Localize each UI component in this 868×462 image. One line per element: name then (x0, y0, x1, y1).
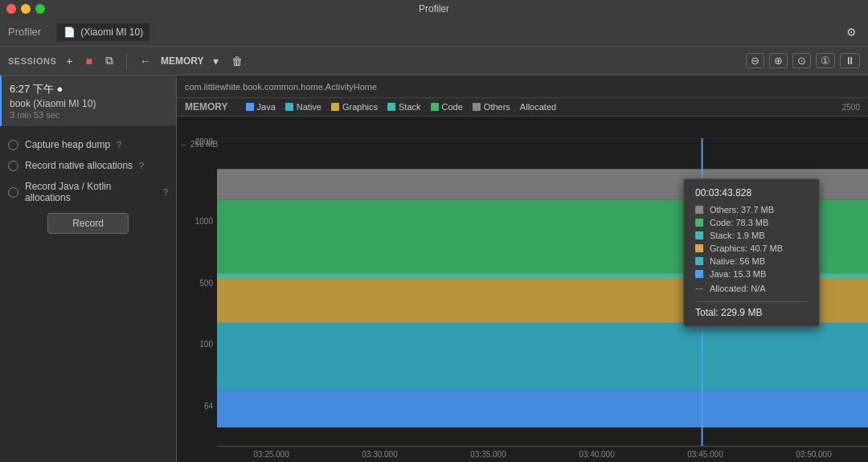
legend-others-dot (473, 103, 481, 111)
tooltip-stack-label: Stack: 1.9 MB (710, 231, 764, 240)
radio-capture-heap[interactable] (8, 140, 18, 150)
tooltip-native-label: Native: 56 MB (710, 256, 765, 266)
chart-title: MEMORY (185, 101, 228, 112)
toolbar-right-controls: ⊖ ⊕ ⊙ ① ⏸ (746, 53, 860, 68)
legend-java-label: Java (257, 102, 276, 112)
back-button[interactable]: ← (137, 53, 154, 69)
option-capture-heap: Capture heap dump ? (8, 139, 168, 150)
profiler-tab[interactable]: 📄 (Xiaomi MI 10) (57, 23, 149, 41)
info-button[interactable]: ① (816, 53, 835, 68)
svg-text:100: 100 (199, 340, 213, 349)
tooltip-native-dot (695, 257, 703, 265)
chart-svg-container[interactable]: 2000 1000 500 100 64 (177, 138, 868, 446)
legend-graphics-label: Graphics (342, 102, 378, 112)
tooltip-code-label: Code: 78.3 MB (710, 218, 768, 227)
header-right: ⚙ (843, 24, 860, 40)
close-button[interactable] (6, 4, 16, 14)
time-label-1: 03:25.000 (253, 450, 289, 459)
session-item[interactable]: 6:27 下午 ● book (Xiaomi MI 10) 3 min 53 s… (0, 76, 176, 126)
zoom-out-button[interactable]: ⊖ (746, 53, 764, 68)
add-session-button[interactable]: + (63, 53, 76, 69)
memory-dropdown[interactable]: ▾ (210, 53, 222, 69)
memory-label: MEMORY (161, 55, 204, 67)
tooltip-time: 00:03:43.828 (695, 187, 808, 198)
time-label-5: 03:45.000 (687, 450, 723, 459)
svg-rect-12 (217, 323, 868, 390)
pause-button[interactable]: ⏸ (840, 53, 860, 68)
tooltip-row-graphics: Graphics: 40.7 MB (695, 243, 808, 253)
svg-text:64: 64 (204, 402, 214, 411)
clone-button[interactable]: ⧉ (102, 52, 117, 69)
tooltip-allocated-label: Allocated: N/A (710, 284, 766, 293)
svg-rect-11 (217, 390, 868, 427)
gear-button[interactable]: ⚙ (843, 24, 860, 40)
help-record-native-icon[interactable]: ? (139, 161, 144, 170)
record-action-button[interactable]: Record (47, 213, 129, 234)
help-capture-heap-icon[interactable]: ? (117, 140, 121, 149)
sidebar-options: Capture heap dump ? Record native alloca… (0, 126, 176, 462)
legend-stack-label: Stack (399, 102, 421, 112)
legend-graphics-dot (331, 103, 339, 111)
chart-header: MEMORY Java Native Graphics Stack (177, 98, 868, 117)
time-label-3: 03:35.000 (470, 450, 506, 459)
legend-stack-dot (387, 103, 395, 111)
y-axis-mb-label: ← 256 MB (180, 140, 218, 149)
legend-others-label: Others (484, 102, 510, 112)
zoom-in-button[interactable]: ⊕ (769, 53, 788, 68)
legend-code: Code (431, 102, 463, 112)
tooltip-code-dot (695, 219, 703, 227)
svg-text:1000: 1000 (195, 217, 214, 226)
session-time: 6:27 下午 ● (10, 82, 168, 96)
option-record-native-label: Record native allocations (25, 160, 133, 171)
app-header: Profiler 📄 (Xiaomi MI 10) ⚙ (0, 18, 868, 47)
tooltip-row-stack: Stack: 1.9 MB (695, 231, 808, 240)
tooltip-others-dot (695, 206, 703, 214)
legend-code-dot (431, 103, 439, 111)
window-controls[interactable] (6, 4, 45, 14)
radio-record-native[interactable] (8, 161, 18, 171)
svg-text:500: 500 (199, 279, 213, 288)
tooltip-row-code: Code: 78.3 MB (695, 218, 808, 227)
y-axis-label: ← 256 MB (177, 138, 218, 149)
time-label-4: 03:40.000 (579, 450, 615, 459)
toolbar: SESSIONS + ■ ⧉ ← MEMORY ▾ 🗑 ⊖ ⊕ ⊙ ① ⏸ (0, 47, 868, 76)
legend-java-dot (246, 103, 254, 111)
main-content: com.littlewhite.book.common.home.Activit… (177, 76, 868, 462)
option-record-java-label: Record Java / Kotlin allocations (25, 181, 157, 203)
legend-graphics: Graphics (331, 102, 378, 112)
option-record-native: Record native allocations ? (8, 160, 168, 171)
legend-native-dot (285, 103, 293, 111)
title-bar: Profiler (0, 0, 868, 18)
main-layout: 6:27 下午 ● book (Xiaomi MI 10) 3 min 53 s… (0, 76, 868, 462)
sessions-label: SESSIONS (8, 56, 56, 66)
y-right-label: 2500 (842, 103, 860, 112)
toolbar-divider (126, 53, 127, 69)
maximize-button[interactable] (35, 4, 45, 14)
legend-allocated-label: Allocated (520, 102, 556, 112)
tooltip-row-native: Native: 56 MB (695, 256, 808, 266)
tooltip: 00:03:43.828 Others: 37.7 MB Code: 78.3 … (683, 178, 820, 327)
option-capture-heap-label: Capture heap dump (25, 139, 110, 150)
sidebar: 6:27 下午 ● book (Xiaomi MI 10) 3 min 53 s… (0, 76, 177, 462)
tooltip-row-others: Others: 37.7 MB (695, 205, 808, 215)
legend-java: Java (246, 102, 276, 112)
time-axis: 03:25.000 03:30.000 03:35.000 03:40.000 … (217, 446, 868, 462)
tooltip-graphics-label: Graphics: 40.7 MB (710, 243, 783, 253)
tooltip-java-dot (695, 270, 703, 278)
tooltip-total: Total: 229.9 MB (695, 301, 808, 318)
legend-native: Native (285, 102, 321, 112)
delete-button[interactable]: 🗑 (228, 53, 246, 69)
tooltip-row-allocated: -- Allocated: N/A (695, 282, 808, 295)
record-button[interactable]: ■ (82, 53, 95, 69)
activity-bar: com.littlewhite.book.common.home.Activit… (177, 76, 868, 98)
radio-record-java[interactable] (8, 187, 18, 198)
tooltip-others-label: Others: 37.7 MB (710, 205, 774, 215)
help-record-java-icon[interactable]: ? (163, 187, 168, 197)
tooltip-stack-dot (695, 231, 703, 239)
fit-button[interactable]: ⊙ (792, 53, 811, 68)
time-label-2: 03:30.000 (362, 450, 398, 459)
tooltip-allocated-dash: -- (695, 282, 703, 295)
tab-label: (Xiaomi MI 10) (80, 27, 143, 38)
minimize-button[interactable] (21, 4, 31, 14)
legend-code-label: Code (442, 102, 463, 112)
